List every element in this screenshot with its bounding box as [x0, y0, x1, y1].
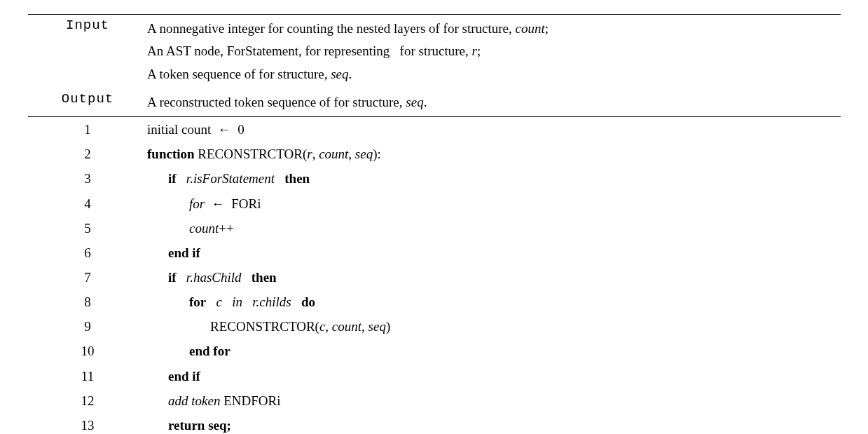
line-content: end if [147, 240, 841, 265]
output-label: Output [28, 91, 147, 107]
output-row: Output A reconstructed token sequence of… [28, 88, 841, 116]
line-content: for c in r.childs do [147, 290, 841, 314]
line-content: if r.hasChild then [147, 265, 841, 290]
line-number: 11 [28, 364, 147, 388]
line-content: initial count ← 0 [147, 117, 841, 142]
line-content: RECONSTRCTOR(c, count, seq) [147, 314, 841, 339]
line-number: 2 [28, 142, 147, 166]
line-number: 9 [28, 314, 147, 339]
code-line: 8for c in r.childs do [28, 290, 841, 314]
output-content: A reconstructed token sequence of for st… [147, 91, 841, 114]
input-label: Input [28, 18, 147, 33]
line-number: 3 [28, 166, 147, 191]
line-number: 4 [28, 191, 147, 216]
code-line: 7if r.hasChild then [28, 265, 841, 290]
input-line-1: A nonnegative integer for counting the n… [147, 18, 841, 40]
line-number: 6 [28, 240, 147, 265]
line-content: end for [147, 339, 841, 363]
line-content: function RECONSTRCTOR(r, count, seq): [147, 142, 841, 166]
input-line-2: An AST node, ForStatement, for represent… [147, 40, 841, 62]
code-line: 4for ← FORi [28, 191, 841, 216]
line-number: 7 [28, 265, 147, 290]
line-number: 1 [28, 117, 147, 142]
line-content: return seq; [147, 413, 841, 434]
line-number: 8 [28, 290, 147, 314]
code-line: 2function RECONSTRCTOR(r, count, seq): [28, 142, 841, 166]
code-line: 3if r.isForStatement then [28, 166, 841, 191]
line-number: 13 [28, 413, 147, 434]
code-line: 5count++ [28, 216, 841, 240]
line-number: 5 [28, 216, 147, 240]
line-content: for ← FORi [147, 191, 841, 216]
code-line: 1initial count ← 0 [28, 117, 841, 142]
algorithm-block: Input A nonnegative integer for counting… [28, 14, 841, 434]
code-line: 6end if [28, 240, 841, 265]
code-line: 9RECONSTRCTOR(c, count, seq) [28, 314, 841, 339]
line-number: 12 [28, 388, 147, 413]
code-line: 13return seq; [28, 413, 841, 434]
code-line: 11end if [28, 364, 841, 388]
input-row: Input A nonnegative integer for counting… [28, 15, 841, 88]
code-body: 1initial count ← 02function RECONSTRCTOR… [28, 117, 841, 434]
input-line-3: A token sequence of for structure, seq. [147, 63, 841, 86]
output-line-1: A reconstructed token sequence of for st… [147, 91, 841, 114]
code-line: 10end for [28, 339, 841, 363]
line-content: end if [147, 364, 841, 388]
line-content: if r.isForStatement then [147, 166, 841, 191]
line-content: add token ENDFORi [147, 388, 841, 413]
input-content: A nonnegative integer for counting the n… [147, 18, 841, 86]
line-number: 10 [28, 339, 147, 363]
line-content: count++ [147, 216, 841, 240]
code-line: 12add token ENDFORi [28, 388, 841, 413]
